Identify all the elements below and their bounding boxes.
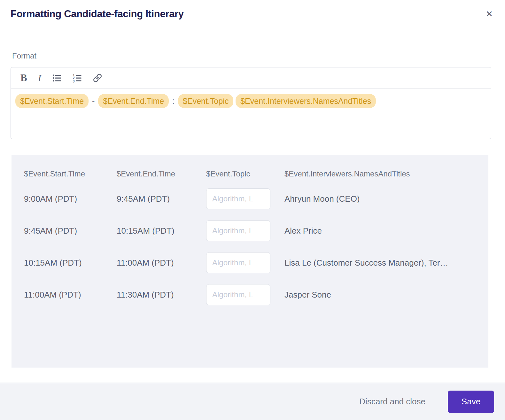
token-end-time[interactable]: $Event.End.Time [98,94,169,108]
bold-icon[interactable]: B [20,72,27,84]
italic-icon[interactable]: I [38,73,41,83]
token-start-time[interactable]: $Event.Start.Time [15,94,89,108]
preview-header-row: $Event.Start.Time $Event.End.Time $Event… [24,169,488,178]
start-time-value: 10:15AM (PDT) [24,258,117,268]
topic-input[interactable] [206,284,270,305]
preview-table: $Event.Start.Time $Event.End.Time $Event… [24,169,488,311]
format-label: Format [12,51,36,60]
column-header-topic: $Event.Topic [206,169,284,178]
topic-input[interactable] [206,252,270,273]
interviewers-value: Ahryun Moon (CEO) [284,194,488,204]
start-time-value: 11:00AM (PDT) [24,290,117,300]
close-icon[interactable]: ✕ [486,10,493,18]
interviewers-value: Lisa Le (Customer Success Manager), Ter… [284,258,488,268]
link-icon[interactable] [93,74,102,82]
svg-text:3: 3 [73,80,74,83]
start-time-value: 9:45AM (PDT) [24,226,117,236]
bullet-list-icon[interactable] [52,73,62,83]
modal-footer: Discard and close Save [0,383,505,420]
end-time-value: 11:00AM (PDT) [117,258,206,268]
topic-input[interactable] [206,220,270,241]
format-text-area[interactable]: $Event.Start.Time - $Event.End.Time : $E… [11,89,491,113]
table-row: 10:15AM (PDT) 11:00AM (PDT) Lisa Le (Cus… [24,247,488,279]
editor-toolbar: B I 1 2 3 [11,67,491,89]
interviewers-value: Alex Price [284,226,488,236]
end-time-value: 11:30AM (PDT) [117,290,206,300]
token-interviewers[interactable]: $Event.Interviewers.NamesAndTitles [236,94,376,108]
separator-dash: - [91,97,96,105]
column-header-interviewers: $Event.Interviewers.NamesAndTitles [284,169,488,178]
numbered-list-icon[interactable]: 1 2 3 [73,73,82,83]
column-header-end-time: $Event.End.Time [117,169,206,178]
preview-panel: $Event.Start.Time $Event.End.Time $Event… [12,155,488,368]
topic-input[interactable] [206,188,270,209]
format-itinerary-modal: Formatting Candidate-facing Itinerary ✕ … [0,0,505,420]
save-button[interactable]: Save [448,391,494,413]
token-topic[interactable]: $Event.Topic [178,94,233,108]
end-time-value: 9:45AM (PDT) [117,194,206,204]
page-title: Formatting Candidate-facing Itinerary [11,8,184,20]
start-time-value: 9:00AM (PDT) [24,194,117,204]
table-row: 9:00AM (PDT) 9:45AM (PDT) Ahryun Moon (C… [24,183,488,215]
column-header-start-time: $Event.Start.Time [24,169,117,178]
table-row: 9:45AM (PDT) 10:15AM (PDT) Alex Price [24,215,488,247]
table-row: 11:00AM (PDT) 11:30AM (PDT) Jasper Sone [24,279,488,311]
separator-colon: : [171,97,176,105]
discard-and-close-button[interactable]: Discard and close [359,397,425,407]
end-time-value: 10:15AM (PDT) [117,226,206,236]
interviewers-value: Jasper Sone [284,290,488,300]
format-editor[interactable]: B I 1 2 3 [11,67,491,139]
